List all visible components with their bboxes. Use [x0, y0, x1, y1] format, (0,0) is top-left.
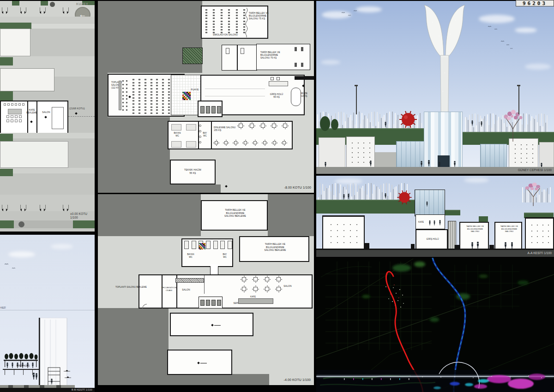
decor	[244, 141, 247, 144]
decor	[126, 84, 127, 85]
decor	[145, 107, 146, 108]
decor	[228, 21, 230, 22]
decor	[11, 119, 13, 122]
room-dinlenme: BAYAN WC BAY WC DİNLENME SALONU 155 KŞ	[168, 121, 293, 149]
band	[0, 168, 95, 173]
furniture	[8, 109, 22, 114]
decor	[61, 11, 64, 14]
decor	[126, 109, 127, 111]
decor	[200, 106, 205, 113]
plan-rooms: KAFE BEKLEME SALON	[0, 101, 68, 134]
decor	[221, 9, 223, 11]
decor	[265, 287, 269, 291]
level-mark	[211, 324, 214, 327]
decor	[211, 300, 216, 306]
room-wc: BAYAN WC BAY WC	[181, 238, 233, 267]
decor	[168, 79, 170, 80]
decor	[270, 279, 271, 280]
room-label-projeksiyon: PROJEKSİYON ODASI	[161, 286, 177, 291]
decor	[284, 145, 285, 146]
decor	[122, 88, 124, 89]
decor	[272, 124, 276, 128]
decor	[242, 277, 246, 281]
decor	[243, 125, 244, 126]
decor	[168, 94, 170, 95]
decor	[271, 143, 272, 143]
room-label: GİRİŞ HOLÜ 55 KŞ	[266, 93, 287, 99]
decor	[217, 300, 221, 306]
decor	[162, 97, 164, 99]
decor	[44, 11, 47, 14]
decor	[205, 24, 207, 25]
decor	[277, 277, 281, 281]
decor	[213, 24, 215, 25]
decor	[216, 140, 217, 141]
decor	[285, 128, 286, 129]
shadow-area	[98, 308, 169, 385]
cafe-tables	[239, 124, 291, 137]
break-line	[244, 8, 249, 37]
panel-section-bb: KEZİ	[0, 235, 95, 392]
site-map-graphic	[316, 258, 554, 392]
decor	[151, 91, 152, 93]
decor	[254, 125, 255, 126]
decor	[205, 9, 207, 11]
mosaic-art	[199, 243, 205, 249]
decor	[213, 12, 215, 13]
decor	[284, 140, 285, 141]
decor	[234, 141, 237, 144]
entry-number: 96203	[523, 1, 547, 6]
decor	[244, 276, 245, 277]
decor	[6, 11, 9, 14]
fixture	[226, 48, 229, 54]
decor	[199, 136, 201, 138]
decor	[270, 289, 271, 290]
room-label: FUAYE	[189, 88, 201, 91]
stage	[119, 81, 121, 110]
decor	[213, 9, 215, 11]
decor	[274, 122, 275, 123]
panel-plan-minus4: TARİH BELLEK VE BİLGİLENDİRME SALONU BEK…	[98, 194, 314, 385]
decor	[15, 103, 17, 106]
decor	[61, 208, 64, 211]
pier	[365, 243, 369, 249]
decor	[277, 143, 277, 143]
decor	[267, 285, 268, 286]
projection-screen	[175, 278, 204, 283]
decor	[151, 109, 152, 111]
mosaic-art	[182, 92, 191, 100]
decor	[132, 82, 134, 83]
wc-stalls	[184, 241, 232, 251]
decor	[213, 32, 215, 33]
elevator-cabs	[200, 106, 222, 113]
decor	[162, 88, 164, 89]
decor	[151, 85, 152, 86]
decor	[236, 29, 238, 30]
seat-rows	[132, 79, 176, 114]
stair-block	[182, 48, 203, 64]
decor	[206, 106, 210, 113]
building-footprint	[0, 29, 30, 56]
decor	[283, 124, 287, 128]
decor	[145, 109, 146, 111]
decor	[156, 82, 158, 83]
decor	[271, 125, 271, 126]
decor	[151, 107, 152, 108]
decor	[224, 141, 228, 144]
green-block	[41, 1, 48, 6]
decor	[250, 124, 254, 128]
decor	[122, 80, 124, 82]
room-label: TEKNİK HACİM 55 KŞ	[175, 168, 210, 174]
decor	[126, 88, 127, 89]
panel-section-aa: KAFE GİRİŞ HOLÜ TARİH BELLEK VE BİLGİLEN…	[316, 176, 554, 257]
decor	[126, 80, 127, 82]
decor	[122, 98, 124, 100]
column	[301, 47, 303, 51]
decor	[257, 143, 258, 143]
green-block	[0, 91, 13, 101]
decor	[278, 276, 279, 277]
decor	[282, 125, 283, 126]
decor	[24, 208, 27, 211]
room-label: TARİH BELLEK VE BİLGİLENDİRME SALONU 75 …	[260, 51, 290, 60]
decor	[162, 109, 164, 111]
